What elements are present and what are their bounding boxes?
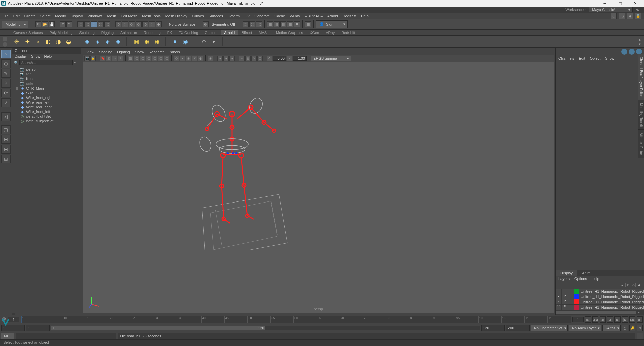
layer-playback-toggle[interactable]: P (562, 294, 568, 299)
vp-isolate-icon[interactable]: ◉ (208, 56, 213, 61)
outliner-item-suit[interactable]: ◆Suit (13, 91, 79, 95)
render-2-icon[interactable]: ▦ (274, 21, 280, 27)
outliner-menu-display[interactable]: Display (15, 54, 27, 58)
menu-redshift[interactable]: Redshift (343, 14, 356, 18)
menu-vray[interactable]: V-Ray (290, 14, 300, 18)
shelf-tab-motion-graphics[interactable]: Motion Graphics (273, 30, 306, 35)
physical-sky-icon[interactable]: ◒ (64, 37, 73, 46)
outliner-search-dropdown-icon[interactable]: ▾ (74, 60, 79, 65)
vp-grease-pencil-icon[interactable]: ✎ (118, 56, 123, 61)
layer-type-cell[interactable] (568, 299, 574, 304)
vp-textured-icon[interactable]: ◉ (186, 56, 191, 61)
command-input[interactable] (16, 333, 116, 339)
open-scene-icon[interactable]: 📂 (42, 21, 48, 27)
shelf-tab-animation[interactable]: Animation (117, 30, 140, 35)
symmetry-toggle-icon[interactable]: ◐ (203, 21, 209, 27)
undo-icon[interactable]: ↶ (60, 21, 66, 27)
shelf-tab-curves-surfaces[interactable]: Curves / Surfaces (10, 30, 46, 35)
vp-gate-mask-icon[interactable]: ▢ (146, 56, 151, 61)
outliner-item-wire_rear_left[interactable]: ◆Wire_rear_left (13, 100, 79, 105)
shelf-sphere-1-icon[interactable]: ● (170, 37, 180, 46)
render-view-icon[interactable]: 🖵 (199, 37, 208, 46)
layer-vis-toggle[interactable]: V (556, 299, 562, 304)
vp-menu-panels[interactable]: Panels (169, 50, 180, 54)
layer-playback-toggle[interactable]: P (562, 305, 568, 310)
step-fwd-key-button[interactable]: ▶▶ (629, 316, 635, 323)
sign-in-button[interactable]: 👤 Sign In (316, 20, 348, 28)
vp-menu-renderer[interactable]: Renderer (149, 50, 164, 54)
vp-image-plane-icon[interactable]: 🖼 (106, 56, 111, 61)
go-start-button[interactable]: ⏮ (585, 316, 591, 323)
vp-film-gate-icon[interactable]: ▢ (134, 56, 139, 61)
redo-icon[interactable]: ↷ (66, 21, 72, 27)
snap-6-icon[interactable]: ◇ (149, 21, 155, 27)
menu-3dtoall[interactable]: – 3DtoAll – (305, 14, 323, 18)
layer-playback-toggle[interactable] (562, 289, 568, 294)
layout-custom-2-icon[interactable]: ⊞ (1, 155, 11, 163)
layer-color-swatch[interactable] (574, 294, 579, 299)
menu-right-icon-3[interactable]: ◉ (627, 13, 633, 19)
menu-cache[interactable]: Cache (274, 14, 285, 18)
history-3-icon[interactable]: ⬚ (256, 21, 262, 27)
step-fwd-button[interactable]: |▶ (622, 316, 628, 323)
right-icon-2[interactable] (629, 49, 635, 55)
vp-menu-shading[interactable]: Shading (99, 50, 112, 54)
snap-3-icon[interactable]: ◇ (129, 21, 135, 27)
layer-row[interactable]: VPUnitree_H1_Humanoid_Robot_Rigged_Bones (556, 299, 644, 305)
ch-menu-edit[interactable]: Edit (579, 56, 585, 60)
layout-custom-1-icon[interactable]: ⊟ (1, 145, 11, 154)
select-mode-4-icon[interactable]: ⬚ (98, 21, 104, 27)
layer-menu-options[interactable]: Options (574, 277, 587, 281)
shelf-cycle-2[interactable] (3, 42, 7, 47)
snap-4-icon[interactable]: ◇ (136, 21, 142, 27)
shelf-tab-custom[interactable]: Custom (201, 30, 221, 35)
shelf-tab-redshift[interactable]: Redshift (338, 30, 358, 35)
shelf-scroll-down-icon[interactable]: ▾ (639, 42, 643, 46)
outliner-item-wire_rear_right[interactable]: ◆Wire_rear_right (13, 105, 79, 109)
layout-single-icon[interactable]: ▢ (1, 125, 11, 134)
menu-curves[interactable]: Curves (192, 14, 204, 18)
range-track[interactable]: 1 120 (51, 326, 480, 330)
menu-mesh-tools[interactable]: Mesh Tools (142, 14, 160, 18)
shelf-tab-poly-modeling[interactable]: Poly Modeling (46, 30, 76, 35)
layer-row[interactable]: Unitree_H1_Humanoid_Robot_Rigged_Geome (556, 289, 644, 294)
character-set-select[interactable]: No Character Set (531, 325, 568, 331)
menu-create[interactable]: Create (24, 14, 36, 18)
layer-new-selected-icon[interactable]: ◆ (637, 283, 641, 287)
vp-scale-icon[interactable]: ⤢ (287, 56, 292, 61)
ch-menu-channels[interactable]: Channels (558, 56, 574, 60)
outliner-item-wire_front_left[interactable]: ◆Wire_front_left (13, 109, 79, 114)
right-panel-scrollbar[interactable]: ▸ (556, 310, 644, 315)
select-mode-1-icon[interactable]: ⬚ (77, 21, 84, 27)
vp-menu-lighting[interactable]: Lighting (117, 50, 130, 54)
shelf-scroll-up-icon[interactable]: ▴ (639, 37, 643, 41)
rotate-tool[interactable]: ⟳ (1, 89, 11, 97)
light-portal-icon[interactable]: ◑ (54, 37, 63, 46)
outliner-item-front[interactable]: 📷front (13, 76, 79, 81)
shelf-tab-rigging[interactable]: Rigging (98, 30, 117, 35)
layer-vis-toggle[interactable] (556, 289, 562, 294)
select-mode-3-icon[interactable]: ⬚ (91, 21, 97, 27)
minimize-button[interactable]: ─ (597, 0, 612, 7)
symmetry-label[interactable]: Symmetry: Off (209, 22, 238, 26)
vp-menu-view[interactable]: View (86, 50, 94, 54)
volume-icon[interactable]: ◈ (113, 37, 123, 46)
menu-edit[interactable]: Edit (13, 14, 20, 18)
menu-display[interactable]: Display (71, 14, 83, 18)
vp-scale-field[interactable] (293, 56, 307, 61)
layer-color-swatch[interactable] (574, 299, 579, 304)
layer-type-cell[interactable] (568, 294, 574, 299)
vp-bookmarks-icon[interactable]: 🔖 (100, 56, 105, 61)
vp-shaded-icon[interactable]: ● (180, 56, 185, 61)
range-end-outer[interactable] (506, 325, 530, 331)
play-back-button[interactable]: ◀ (607, 316, 613, 323)
select-mode-5-icon[interactable]: ⬚ (104, 21, 110, 27)
step-back-button[interactable]: ◀| (600, 316, 606, 323)
menu-modify[interactable]: Modify (55, 14, 66, 18)
curve-collector-icon[interactable]: ◈ (103, 37, 112, 46)
vp-shadows-icon[interactable]: ◐ (198, 56, 203, 61)
select-mode-2-icon[interactable]: ⬚ (84, 21, 90, 27)
menu-mesh-display[interactable]: Mesh Display (165, 14, 187, 18)
auto-key-icon[interactable]: ⭮ (622, 325, 628, 331)
time-track[interactable]: 1510152025303540455055606570758085909510… (21, 316, 571, 323)
